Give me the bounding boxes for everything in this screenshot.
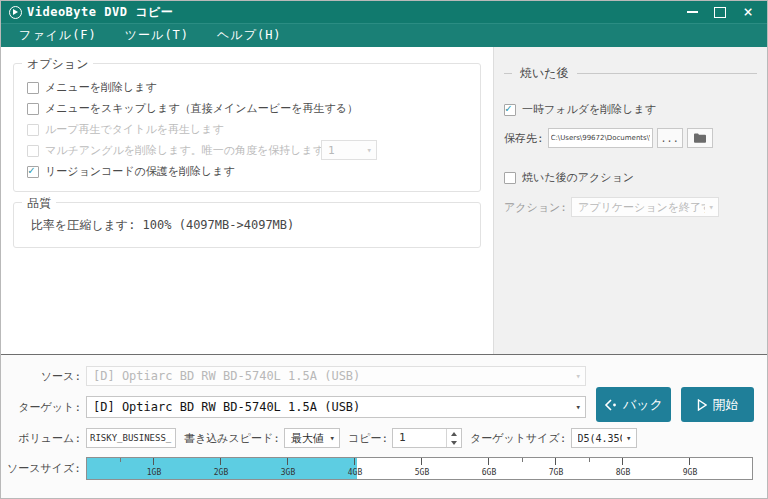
- write-speed-select[interactable]: 最大値 ▾: [284, 428, 340, 448]
- gb-tick-label: 2GB: [214, 468, 228, 477]
- target-size-value: D5(4.35G): [578, 433, 623, 444]
- menu-file[interactable]: ファイル(F): [19, 27, 97, 44]
- main-area: オプション メニューを削除します メニューをスキップします（直接メインムービーを…: [1, 47, 767, 354]
- target-label: ターゲット:: [1, 400, 81, 415]
- open-folder-button[interactable]: [687, 128, 713, 148]
- checkbox-skip-menu[interactable]: [27, 103, 39, 115]
- close-button[interactable]: ×: [741, 4, 755, 20]
- after-burn-title: 焼いた後: [520, 65, 569, 82]
- option-label: メニューを削除します: [45, 80, 157, 95]
- action-select: アプリケーションを終了する ▾: [571, 197, 719, 217]
- write-speed-value: 最大値: [291, 431, 326, 446]
- chevron-down-icon: ▾: [626, 433, 631, 443]
- checkbox-after-burn-action[interactable]: [504, 172, 516, 184]
- copies-stepper[interactable]: 1: [392, 428, 462, 448]
- options-group-title: オプション: [22, 56, 93, 73]
- option-row-remove-menu: メニューを削除します: [27, 80, 470, 95]
- browse-button[interactable]: ...: [657, 128, 683, 148]
- gb-tick-label: 4GB: [348, 468, 362, 477]
- checkbox-region-code[interactable]: [27, 166, 39, 178]
- titlebar: VideoByte DVD コピー ×: [1, 1, 767, 23]
- source-row: ソース: [D] Optiarc BD RW BD-5740L 1.5A (US…: [1, 366, 767, 386]
- delete-temp-row: 一時フォルダを削除します: [504, 102, 757, 117]
- source-size-row: ソースサイズ: 1GB 2GB 3GB 4GB 5GB 6GB 7GB 8GB …: [1, 457, 767, 480]
- stepper-buttons: [446, 429, 461, 447]
- gb-tick-label: 5GB: [415, 468, 429, 477]
- bottom-panel: ソース: [D] Optiarc BD RW BD-5740L 1.5A (US…: [1, 354, 767, 499]
- left-panel: オプション メニューを削除します メニューをスキップします（直接メインムービーを…: [1, 47, 493, 354]
- save-to-label: 保存先:: [504, 131, 544, 146]
- window-title: VideoByte DVD コピー: [27, 4, 173, 21]
- folder-icon: [694, 133, 706, 143]
- option-label: ループ再生でタイトルを再生します: [45, 122, 224, 137]
- save-path-input[interactable]: [548, 128, 653, 148]
- volume-input[interactable]: [86, 428, 176, 448]
- source-size-label: ソースサイズ:: [1, 461, 81, 476]
- angle-select: 1 ▾: [321, 140, 377, 160]
- app-logo-icon: [9, 6, 22, 19]
- gb-tick-label: 9GB: [683, 468, 697, 477]
- quality-group: 品質 比率を圧縮します: 100% (4097MB->4097MB): [13, 202, 481, 248]
- gb-tick-label: 8GB: [616, 468, 630, 477]
- source-drive-select: [D] Optiarc BD RW BD-5740L 1.5A (USB) ▾: [86, 366, 586, 386]
- divider: [577, 73, 757, 74]
- option-label: マルチアングルを削除します。唯一の角度を保持します: [45, 143, 324, 158]
- volume-row: ボリューム: 書き込みスピード: 最大値 ▾ コピー: 1 ターゲットサイズ: …: [1, 428, 767, 448]
- chevron-down-icon: ▾: [576, 371, 581, 381]
- maximize-button[interactable]: [713, 4, 727, 20]
- app-window: VideoByte DVD コピー × ファイル(F) ツール(T) ヘルプ(H…: [0, 0, 768, 499]
- window-controls: ×: [685, 4, 759, 20]
- source-label: ソース:: [1, 369, 81, 384]
- chevron-down-icon: ▾: [576, 402, 581, 412]
- back-arrow-icon: [604, 399, 617, 411]
- gb-tick-label: 1GB: [147, 468, 161, 477]
- write-speed-label: 書き込みスピード:: [184, 431, 280, 446]
- start-button[interactable]: 開始: [681, 387, 754, 422]
- action-label: アクション:: [504, 200, 567, 215]
- copies-label: コピー:: [348, 431, 388, 446]
- target-size-label: ターゲットサイズ:: [470, 431, 566, 446]
- options-group: オプション メニューを削除します メニューをスキップします（直接メインムービーを…: [13, 63, 481, 192]
- option-label: リージョンコードの保護を削除します: [45, 164, 235, 179]
- option-row-region-code: リージョンコードの保護を削除します: [27, 164, 470, 179]
- after-action-label: 焼いた後のアクション: [522, 170, 634, 185]
- menu-tools[interactable]: ツール(T): [125, 27, 189, 44]
- compress-ratio-text: 比率を圧縮します: 100% (4097MB->4097MB): [31, 217, 470, 234]
- action-select-value: アプリケーションを終了する: [578, 200, 705, 215]
- source-drive-value: [D] Optiarc BD RW BD-5740L 1.5A (USB): [93, 369, 572, 383]
- option-row-skip-menu: メニューをスキップします（直接メインムービーを再生する）: [27, 101, 470, 116]
- after-action-row: 焼いた後のアクション: [504, 170, 757, 185]
- menu-help[interactable]: ヘルプ(H): [217, 27, 282, 44]
- divider: [504, 73, 512, 74]
- gb-tick-label: 7GB: [549, 468, 563, 477]
- checkbox-multi-angle: [27, 145, 39, 157]
- angle-select-value: 1: [328, 144, 363, 157]
- target-size-select[interactable]: D5(4.35G) ▾: [571, 428, 637, 448]
- play-icon: [697, 399, 707, 411]
- chevron-down-icon: ▾: [367, 145, 372, 155]
- checkbox-loop-play: [27, 124, 39, 136]
- back-button[interactable]: バック: [596, 387, 671, 422]
- menubar: ファイル(F) ツール(T) ヘルプ(H): [1, 23, 767, 47]
- checkbox-delete-temp-folder[interactable]: [504, 104, 516, 116]
- after-burn-header: 焼いた後: [504, 65, 757, 82]
- target-drive-value: [D] Optiarc BD RW BD-5740L 1.5A (USB): [93, 400, 572, 414]
- gb-tick-label: 3GB: [281, 468, 295, 477]
- minimize-button[interactable]: [685, 4, 699, 20]
- source-size-bar: 1GB 2GB 3GB 4GB 5GB 6GB 7GB 8GB 9GB: [86, 457, 753, 480]
- delete-temp-label: 一時フォルダを削除します: [522, 102, 656, 117]
- quality-group-title: 品質: [22, 195, 56, 212]
- copies-value: 1: [393, 429, 446, 447]
- stepper-up-button[interactable]: [447, 429, 461, 438]
- option-label: メニューをスキップします（直接メインムービーを再生する）: [45, 101, 358, 116]
- gb-tick-label: 6GB: [482, 468, 496, 477]
- chevron-down-icon: ▾: [330, 433, 335, 443]
- stepper-down-button[interactable]: [447, 438, 461, 447]
- back-button-label: バック: [623, 396, 663, 414]
- chevron-down-icon: ▾: [709, 202, 714, 212]
- target-drive-select[interactable]: [D] Optiarc BD RW BD-5740L 1.5A (USB) ▾: [86, 396, 586, 418]
- volume-label: ボリューム:: [1, 431, 81, 446]
- checkbox-remove-menu[interactable]: [27, 82, 39, 94]
- option-row-multi-angle: マルチアングルを削除します。唯一の角度を保持します 1 ▾: [27, 143, 470, 158]
- action-select-row: アクション: アプリケーションを終了する ▾: [504, 197, 757, 217]
